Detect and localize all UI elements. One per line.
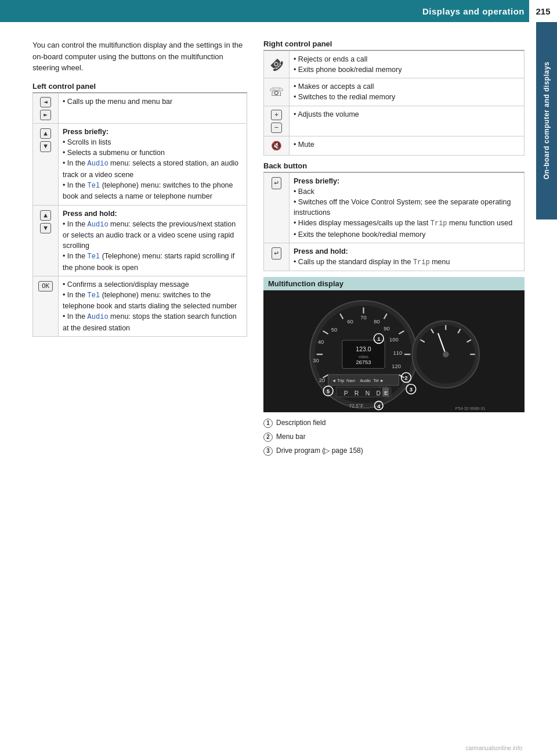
table-row: 🔇 • Mute [264, 136, 525, 156]
table-row: ▲ ▼ Press briefly: • Scrolls in lists • … [33, 124, 247, 205]
phone-end-icon: ☎ [265, 53, 287, 75]
table-row: ↩ Press briefly: • Back • Switches off t… [264, 172, 525, 243]
left-right-arrow-icon: ◄ ► [37, 96, 54, 121]
row-content-phone-end: • Rejects or ends a call • Exits phone b… [290, 51, 525, 78]
icon-cell-volume: + − [264, 106, 290, 136]
caption-text-1: Description field [276, 417, 325, 430]
svg-text:120: 120 [392, 363, 401, 370]
back-button-hold-icon: ↩ [272, 247, 282, 260]
back-button-icon: ↩ [272, 177, 282, 189]
back-button-section: Back button ↩ Press briefly: • Back • Sw… [263, 161, 525, 272]
icon-cell-ok: OK [33, 276, 59, 336]
two-column-layout: You can control the multifunction displa… [32, 39, 525, 458]
caption-row-3: 3 Drive program (▷ page 158) [263, 445, 525, 458]
caption-text-2: Menu bar [276, 431, 306, 444]
table-row: + − • Adjusts the volume [264, 106, 525, 136]
svg-text:20: 20 [319, 377, 325, 383]
dashboard-svg: 40 30 20 50 60 70 80 90 100 110 120 130 … [263, 290, 525, 412]
icon-cell-phone-accept: ☏ [264, 78, 290, 106]
watermark: carmanualsonline.info [466, 745, 522, 751]
back-button-table: ↩ Press briefly: • Back • Switches off t… [263, 172, 525, 272]
svg-text:110: 110 [393, 350, 402, 357]
mfd-image: 40 30 20 50 60 70 80 90 100 110 120 130 … [263, 290, 525, 412]
row-content-back-briefly: Press briefly: • Back • Switches off the… [290, 172, 525, 243]
multifunction-display-section: Multifunction display [263, 277, 525, 457]
mfd-heading: Multifunction display [263, 277, 525, 290]
svg-text:Tel ►: Tel ► [373, 378, 384, 383]
svg-text:90: 90 [384, 326, 390, 332]
header-bar: Displays and operation 215 [0, 0, 557, 22]
svg-text:1: 1 [377, 336, 380, 343]
row-content-back-hold: Press and hold: • Calls up the standard … [290, 243, 525, 271]
svg-text:E: E [384, 390, 388, 396]
row-content-press-briefly: Press briefly: • Scrolls in lists • Sele… [59, 124, 247, 205]
caption-num-2: 2 [263, 433, 273, 442]
row-content-calls-up-menu: • Calls up the menu and menu bar [59, 93, 247, 124]
svg-text:72.5°F: 72.5°F [349, 403, 364, 409]
svg-text:5: 5 [327, 388, 330, 395]
row-content-mute: • Mute [290, 136, 525, 156]
table-row: ☎ • Rejects or ends a call • Exits phone… [264, 51, 525, 78]
table-row: OK • Confirms a selection/display messag… [33, 276, 247, 336]
table-row: ☏ • Makes or accepts a call • Switches t… [264, 78, 525, 106]
svg-text:70: 70 [360, 315, 367, 321]
icon-cell-arrow-ud-brief: ▲ ▼ [33, 124, 59, 205]
table-row: ↩ Press and hold: • Calls up the standar… [264, 243, 525, 271]
row-content-phone-accept: • Makes or accepts a call • Switches to … [290, 78, 525, 106]
svg-text:123.0: 123.0 [356, 345, 371, 352]
page-number: 215 [536, 6, 550, 16]
right-control-table: ☎ • Rejects or ends a call • Exits phone… [263, 51, 525, 156]
svg-text:40: 40 [318, 339, 324, 345]
main-content: You can control the multifunction displa… [0, 30, 557, 756]
left-control-table: ◄ ► • Calls up the menu and menu bar ▲ ▼ [32, 93, 247, 337]
table-row: ◄ ► • Calls up the menu and menu bar [33, 93, 247, 124]
row-content-ok: • Confirms a selection/display message •… [59, 276, 247, 336]
intro-paragraph: You can control the multifunction displa… [32, 39, 247, 74]
icon-cell-back: ↩ [264, 172, 290, 243]
mfd-captions: 1 Description field 2 Menu bar 3 Drive p… [263, 417, 525, 457]
icon-cell-mute: 🔇 [264, 136, 290, 156]
volume-icon: + − [268, 109, 285, 134]
up-down-arrow-icon: ▲ ▼ [37, 128, 54, 152]
svg-text:50: 50 [331, 327, 338, 333]
caption-num-3: 3 [263, 447, 273, 456]
svg-text:Audio: Audio [360, 378, 371, 383]
row-content-volume: • Adjusts the volume [290, 106, 525, 136]
svg-text:2: 2 [404, 375, 407, 381]
svg-text:60: 60 [347, 318, 353, 325]
svg-text:30: 30 [313, 357, 319, 363]
caption-row-2: 2 Menu bar [263, 431, 525, 444]
icon-cell-arrow-lr: ◄ ► [33, 93, 59, 124]
svg-text:◄ Trip: ◄ Trip [332, 378, 345, 383]
icon-cell-back-hold: ↩ [264, 243, 290, 271]
caption-num-1: 1 [263, 419, 273, 428]
left-panel-heading: Left control panel [32, 82, 247, 93]
svg-text:P R N D: P R N D [344, 390, 384, 397]
icon-cell-phone-end: ☎ [264, 51, 290, 78]
svg-text:100: 100 [389, 337, 399, 343]
up-down-arrow-icon-2: ▲ ▼ [37, 210, 54, 234]
svg-text:Navi: Navi [346, 378, 355, 383]
svg-text:4: 4 [377, 403, 381, 409]
svg-text:3: 3 [410, 387, 413, 393]
mute-icon: 🔇 [271, 141, 282, 150]
back-button-heading: Back button [263, 161, 525, 172]
page-number-box: 215 [529, 0, 557, 22]
phone-accept-icon: ☏ [269, 85, 284, 98]
svg-text:26753: 26753 [356, 359, 371, 365]
svg-text:P54·32·9986·31: P54·32·9986·31 [455, 406, 486, 411]
icon-cell-arrow-ud-hold: ▲ ▼ [33, 205, 59, 276]
svg-text:80: 80 [374, 318, 380, 325]
caption-text-3: Drive program (▷ page 158) [276, 445, 363, 458]
header-title: Displays and operation [422, 6, 525, 16]
left-column: You can control the multifunction displa… [32, 39, 247, 458]
right-column: Right control panel ☎ • Rejects or ends … [263, 39, 525, 458]
table-row: ▲ ▼ Press and hold: • In the Audio menu:… [33, 205, 247, 276]
svg-point-58 [443, 351, 449, 358]
row-content-press-hold: Press and hold: • In the Audio menu: sel… [59, 205, 247, 276]
caption-row-1: 1 Description field [263, 417, 525, 430]
right-panel-heading: Right control panel [263, 39, 525, 51]
